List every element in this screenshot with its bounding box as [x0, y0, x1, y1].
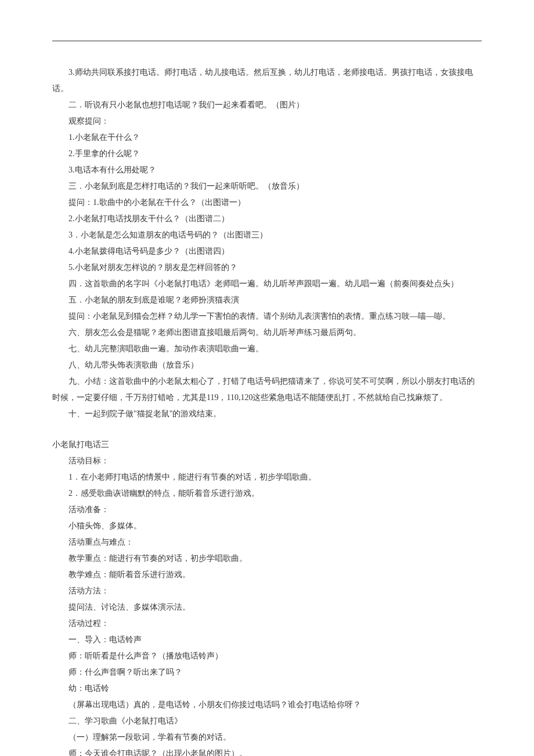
text-line: 提问：1.歌曲中的小老鼠在干什么？（出图谱一） — [52, 195, 482, 211]
text-line: 2.手里拿的什么呢？ — [52, 146, 482, 162]
text-line: 2.小老鼠打电话找朋友干什么？（出图谱二） — [52, 211, 482, 227]
text-line: 六、朋友怎么会是猫呢？老师出图谱直接唱最后两句。幼儿听琴声练习最后两句。 — [52, 325, 482, 341]
text-line: 小老鼠打电话三 — [52, 437, 482, 453]
text-line: 活动目标： — [52, 453, 482, 469]
text-line: 一、导入：电话铃声 — [52, 632, 482, 648]
text-line: 二．听说有只小老鼠也想打电话呢？我们一起来看看吧。（图片） — [52, 97, 482, 113]
text-line: 师：听听看是什么声音？（播放电话铃声） — [52, 648, 482, 664]
text-line: （屏幕出现电话）真的，是电话铃，小朋友们你接过电话吗？谁会打电话给你呀？ — [52, 697, 482, 713]
text-line: 七、幼儿完整演唱歌曲一遍。加动作表演唱歌曲一遍。 — [52, 341, 482, 357]
text-line: 八、幼儿带头饰表演歌曲（放音乐） — [52, 357, 482, 373]
text-line: 教学重点：能进行有节奏的对话，初步学唱歌曲。 — [52, 550, 482, 567]
text-line: 师：今天谁会打电话呢？（出现小老鼠的图片）。 — [52, 746, 482, 756]
text-line: 观察提问： — [52, 113, 482, 129]
text-line: 4.小老鼠拨得电话号码是多少？（出图谱四） — [52, 243, 482, 260]
text-line: 3.师幼共同联系接打电话。师打电话，幼儿接电话。然后互换，幼儿打电话，老师接电话… — [52, 64, 482, 81]
text-line: 1．在小老师打电话的情景中，能进行有节奏的对话，初步学唱歌曲。 — [52, 469, 482, 485]
text-line: 幼：电话铃 — [52, 681, 482, 697]
text-line: 三．小老鼠到底是怎样打电话的？我们一起来听听吧。（放音乐） — [52, 178, 482, 195]
text-line: 师：什么声音啊？听出来了吗？ — [52, 664, 482, 681]
text-line: 活动过程： — [52, 615, 482, 632]
blank-line — [52, 422, 482, 437]
text-line: 提问法、讨论法、多媒体演示法。 — [52, 599, 482, 615]
text-line: 提问：小老鼠见到猫会怎样？幼儿学一下害怕的表情。请个别幼儿表演害怕的表情。重点练… — [52, 308, 482, 325]
text-line: 2．感受歌曲诙谐幽默的特点，能听着音乐进行游戏。 — [52, 485, 482, 502]
text-line: 活动准备： — [52, 502, 482, 518]
text-line: 活动重点与难点： — [52, 534, 482, 550]
text-line: 时候，一定要仔细，千万别打错哈，尤其是119，110,120这些紧急电话不能随便… — [52, 390, 482, 406]
text-line: 五．小老鼠的朋友到底是谁呢？老师扮演猫表演 — [52, 292, 482, 308]
text-line: （一）理解第一段歌词，学着有节奏的对话。 — [52, 729, 482, 746]
text-line: 活动方法： — [52, 583, 482, 599]
text-line: 3．小老鼠是怎么知道朋友的电话号码的？（出图谱三） — [52, 227, 482, 243]
document-page: 3.师幼共同联系接打电话。师打电话，幼儿接电话。然后互换，幼儿打电话，老师接电话… — [0, 0, 534, 756]
text-line: 四．这首歌曲的名字叫《小老鼠打电话》老师唱一遍。幼儿听琴声跟唱一遍。幼儿唱一遍（… — [52, 276, 482, 292]
text-line: 小猫头饰、多媒体。 — [52, 518, 482, 534]
text-line: 二、学习歌曲《小老鼠打电话》 — [52, 713, 482, 729]
text-line: 1.小老鼠在干什么？ — [52, 129, 482, 146]
top-divider — [52, 41, 482, 41]
document-content: 3.师幼共同联系接打电话。师打电话，幼儿接电话。然后互换，幼儿打电话，老师接电话… — [52, 64, 482, 756]
text-line: 教学难点：能听着音乐进行游戏。 — [52, 567, 482, 583]
text-line: 十、一起到院子做"猫捉老鼠"的游戏结束。 — [52, 406, 482, 422]
text-line: 5.小老鼠对朋友怎样说的？朋友是怎样回答的？ — [52, 260, 482, 276]
text-line: 话。 — [52, 81, 482, 97]
text-line: 九、小结：这首歌曲中的小老鼠太粗心了，打错了电话号码把猫请来了，你说可笑不可笑啊… — [52, 373, 482, 390]
text-line: 3.电话本有什么用处呢？ — [52, 162, 482, 178]
